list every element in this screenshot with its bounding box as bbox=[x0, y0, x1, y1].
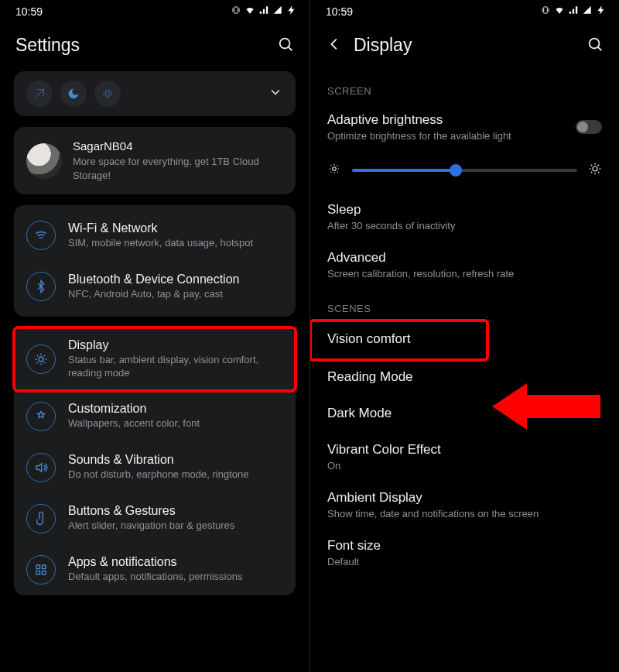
bluetooth-icon bbox=[26, 272, 56, 301]
bolt-icon bbox=[286, 5, 297, 18]
brightness-high-icon bbox=[588, 162, 602, 179]
search-button[interactable] bbox=[587, 36, 604, 56]
svg-rect-0 bbox=[234, 7, 238, 13]
vibrate-icon bbox=[540, 5, 551, 18]
row-title: Display bbox=[68, 338, 283, 352]
vibrate-icon bbox=[231, 5, 241, 18]
row-wifi-network[interactable]: Wi-Fi & Network SIM, mobile network, dat… bbox=[14, 210, 296, 261]
avatar bbox=[26, 143, 62, 179]
svg-point-11 bbox=[593, 166, 597, 171]
row-display[interactable]: Display Status bar, ambient display, vis… bbox=[14, 327, 296, 391]
signal2-icon bbox=[272, 5, 283, 18]
svg-point-1 bbox=[280, 38, 290, 48]
status-time: 10:59 bbox=[326, 5, 353, 18]
row-ambient-display[interactable]: Ambient Display Show time, date and noti… bbox=[310, 481, 619, 529]
row-font-size[interactable]: Font size Default bbox=[310, 529, 619, 577]
promo-name: SagarNB04 bbox=[73, 139, 283, 153]
qs-brightness-icon[interactable] bbox=[26, 81, 53, 107]
row-title: Wi-Fi & Network bbox=[68, 221, 253, 235]
wifi-icon bbox=[245, 5, 255, 18]
row-sub: Show time, date and notifications on the… bbox=[327, 508, 539, 519]
row-title: Vision comfort bbox=[327, 331, 410, 347]
row-apps[interactable]: Apps & notifications Default apps, notif… bbox=[14, 544, 296, 595]
row-title: Ambient Display bbox=[327, 490, 539, 506]
row-bluetooth[interactable]: Bluetooth & Device Connection NFC, Andro… bbox=[14, 261, 296, 312]
wifi-icon bbox=[554, 5, 565, 18]
expand-button[interactable] bbox=[268, 84, 283, 103]
row-advanced[interactable]: Advanced Screen calibration, resolution,… bbox=[310, 241, 619, 289]
signal-icon bbox=[258, 5, 269, 18]
brightness-slider-row bbox=[310, 151, 619, 193]
search-icon bbox=[587, 42, 604, 55]
display-icon bbox=[26, 345, 56, 374]
annotation-arrow bbox=[492, 379, 600, 434]
svg-rect-4 bbox=[36, 565, 40, 569]
status-icons bbox=[540, 5, 607, 18]
status-bar: 10:59 bbox=[310, 0, 619, 21]
row-customization[interactable]: Customization Wallpapers, accent color, … bbox=[14, 391, 296, 442]
brightness-slider[interactable] bbox=[352, 169, 577, 172]
row-sub: NFC, Android Auto, tap & pay, cast bbox=[68, 288, 239, 301]
svg-rect-7 bbox=[43, 571, 46, 574]
row-title: Sounds & Vibration bbox=[68, 453, 248, 467]
row-buttons[interactable]: Buttons & Gestures Alert slider, navigat… bbox=[14, 493, 296, 544]
row-vibrant-color[interactable]: Vibrant Color Effect On bbox=[310, 433, 619, 481]
brightness-low-icon bbox=[327, 162, 341, 179]
row-sounds[interactable]: Sounds & Vibration Do not disturb, earph… bbox=[14, 442, 296, 493]
row-title: Reading Mode bbox=[327, 369, 413, 385]
row-title: Adaptive brightness bbox=[327, 112, 511, 128]
chevron-left-icon bbox=[326, 42, 343, 55]
row-title: Font size bbox=[327, 538, 381, 554]
row-title: Customization bbox=[68, 402, 200, 416]
phone-right: 10:59 Display SCREEN Adaptive brigh bbox=[310, 0, 619, 672]
back-button[interactable] bbox=[326, 36, 343, 56]
svg-point-3 bbox=[39, 357, 43, 362]
signal-icon bbox=[568, 5, 579, 18]
row-title: Sleep bbox=[327, 202, 455, 218]
signal2-icon bbox=[582, 5, 593, 18]
row-sub: After 30 seconds of inactivity bbox=[327, 220, 455, 231]
row-sub: Alert slider, navigation bar & gestures bbox=[68, 519, 234, 533]
row-title: Dark Mode bbox=[327, 406, 392, 421]
header: Display bbox=[310, 21, 619, 71]
row-title: Bluetooth & Device Connection bbox=[68, 273, 239, 286]
chevron-down-icon bbox=[268, 89, 283, 102]
adaptive-toggle[interactable] bbox=[576, 120, 602, 134]
bolt-icon bbox=[596, 5, 607, 18]
svg-rect-8 bbox=[544, 7, 548, 13]
promo-card[interactable]: SagarNB04 More space for everything, get… bbox=[14, 127, 296, 194]
section-screen: SCREEN bbox=[310, 71, 619, 103]
row-title: Buttons & Gestures bbox=[68, 504, 234, 518]
row-title: Vibrant Color Effect bbox=[327, 442, 441, 458]
row-title: Apps & notifications bbox=[68, 555, 242, 569]
page-title: Display bbox=[354, 35, 412, 56]
row-sub: Wallpapers, accent color, font bbox=[68, 417, 200, 430]
row-title: Advanced bbox=[327, 250, 514, 266]
row-sub: Screen calibration, resolution, refresh … bbox=[327, 268, 514, 279]
svg-rect-2 bbox=[106, 90, 109, 97]
gesture-icon bbox=[26, 504, 56, 533]
settings-group: Display Status bar, ambient display, vis… bbox=[14, 327, 296, 595]
network-group: Wi-Fi & Network SIM, mobile network, dat… bbox=[14, 205, 296, 317]
row-sub: Do not disturb, earphone mode, ringtone bbox=[68, 468, 248, 482]
svg-marker-12 bbox=[492, 383, 600, 430]
page-title: Settings bbox=[15, 35, 80, 56]
svg-point-9 bbox=[590, 38, 600, 48]
row-sleep[interactable]: Sleep After 30 seconds of inactivity bbox=[310, 193, 619, 241]
section-scenes: SCENES bbox=[310, 289, 619, 321]
customization-icon bbox=[26, 402, 56, 431]
row-adaptive-brightness[interactable]: Adaptive brightness Optimize brightness … bbox=[310, 103, 619, 151]
promo-sub: More space for everything, get 1TB Cloud… bbox=[73, 155, 283, 182]
wifi-icon bbox=[26, 221, 56, 250]
qs-nightmode-icon[interactable] bbox=[60, 81, 87, 107]
row-sub: Default bbox=[327, 556, 381, 567]
svg-rect-5 bbox=[43, 565, 46, 569]
quick-settings-card[interactable] bbox=[14, 71, 296, 116]
search-icon bbox=[277, 42, 294, 55]
row-sub: SIM, mobile network, data usage, hotspot bbox=[68, 237, 253, 250]
row-vision-comfort[interactable]: Vision comfort bbox=[310, 321, 487, 360]
search-button[interactable] bbox=[277, 36, 294, 56]
status-icons bbox=[231, 5, 297, 18]
qs-rotate-icon[interactable] bbox=[94, 81, 121, 107]
row-sub: Status bar, ambient display, vision comf… bbox=[68, 354, 283, 380]
